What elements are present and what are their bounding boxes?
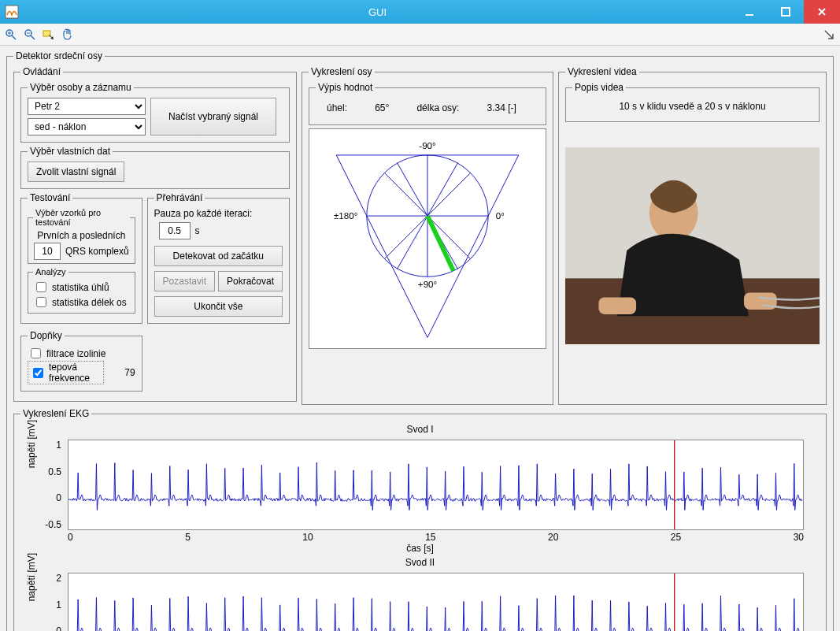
- detector-panel: Detektor srdeční osy Ovládání Výběr osob…: [6, 50, 834, 631]
- pozastavit-button[interactable]: Pozastavit: [154, 271, 215, 291]
- analyzy-title: Analýzy: [33, 267, 68, 277]
- svod1-title: Svod I: [20, 424, 820, 435]
- vykresleni-osy-title: Vykreslení osy: [309, 66, 375, 77]
- svg-line-4: [12, 35, 16, 39]
- svod1-ylabel: napětí [mV]: [26, 420, 37, 468]
- pause-label: Pauza po každé iteraci:: [154, 208, 283, 219]
- vyber-osoby-panel: Výběr osoby a záznamu Petr 2 sed - náklo…: [20, 82, 290, 143]
- vykresleni-videa-title: Vykreslení videa: [565, 66, 639, 77]
- delka-value: 3.34 [-]: [487, 102, 528, 113]
- vyber-vlastnich-panel: Výběr vlastních dat Zvolit vlastní signá…: [20, 146, 290, 189]
- axis-vector: [427, 216, 453, 270]
- minimize-button[interactable]: [731, 0, 768, 24]
- svod1-plot: [68, 440, 804, 530]
- svod2-title: Svod II: [20, 557, 820, 568]
- ovladani-panel: Ovládání Výběr osoby a záznamu Petr 2 se…: [13, 66, 297, 402]
- vzorky-line1: Prvních a posledních: [33, 230, 130, 241]
- svod2-ylabel: napětí [mV]: [26, 553, 37, 601]
- prehravani-panel: Přehrávání Pauza po každé iteraci: s Det…: [147, 192, 290, 324]
- popis-title: Popis videa: [572, 82, 626, 93]
- qrs-count-input[interactable]: [34, 243, 61, 260]
- load-signal-button[interactable]: Načíst vybraný signál: [150, 98, 276, 135]
- svg-rect-2: [782, 8, 790, 16]
- ekg-panel: Vykreslení EKG Svod I 10.50-0.5 napětí […: [13, 408, 827, 631]
- pan-icon[interactable]: [60, 27, 76, 43]
- delka-label: délka osy:: [416, 102, 471, 113]
- detector-title: Detektor srdeční osy: [13, 50, 105, 61]
- vypis-title: Výpis hodnot: [316, 82, 375, 93]
- ekg-title: Vykreslení EKG: [20, 408, 91, 419]
- app-icon: [0, 0, 24, 24]
- tep-value: 79: [124, 367, 135, 378]
- stat-uhlu-checkbox[interactable]: statistika úhlů: [33, 280, 130, 295]
- svg-rect-1: [746, 14, 753, 16]
- label-bottom: +90°: [418, 280, 437, 289]
- close-button[interactable]: [804, 0, 840, 24]
- svg-rect-22: [598, 297, 636, 314]
- label-left: ±180°: [334, 211, 357, 221]
- vyber-vlastnich-title: Výběr vlastních dat: [28, 146, 113, 157]
- stat-delek-checkbox[interactable]: statistika délek os: [33, 295, 130, 310]
- testovani-title: Testování: [28, 192, 72, 203]
- dock-icon[interactable]: [821, 27, 837, 43]
- svod1-xlabel: čas [s]: [20, 543, 820, 554]
- record-select[interactable]: sed - náklon: [28, 118, 146, 135]
- video-frame: [565, 147, 820, 344]
- uhel-label: úhel:: [327, 102, 359, 113]
- ukoncit-button[interactable]: Ukončit vše: [154, 296, 283, 317]
- vykresleni-videa-panel: Vykreslení videa Popis videa 10 s v klid…: [558, 66, 827, 405]
- svod1-yticks: 10.50-0.5: [35, 440, 61, 530]
- svod2-yticks: 210-1: [35, 573, 61, 631]
- filtrace-checkbox[interactable]: filtrace izolinie: [28, 346, 135, 361]
- label-right: 0°: [496, 211, 505, 221]
- doplnky-title: Dopňky: [28, 330, 65, 341]
- choose-own-signal-button[interactable]: Zvolit vlastní signál: [28, 161, 124, 182]
- popis-text: 10 s v klidu vsedě a 20 s v náklonu: [572, 98, 812, 115]
- vykresleni-osy-panel: Vykreslení osy Výpis hodnot úhel: 65° dé…: [302, 66, 553, 405]
- axis-plot: -90° 0° +90° ±180°: [309, 128, 546, 349]
- detekovat-button[interactable]: Detekovat od začátku: [154, 246, 283, 266]
- doplnky-panel: Dopňky filtrace izolinie tepová frekvenc…: [20, 330, 142, 392]
- figure-toolbar: [0, 24, 840, 46]
- ovladani-title: Ovládání: [20, 66, 63, 77]
- uhel-value: 65°: [375, 102, 401, 113]
- analyzy-panel: Analýzy statistika úhlů statistika délek…: [28, 267, 135, 314]
- pokracovat-button[interactable]: Pokračovat: [218, 271, 283, 291]
- maximize-button[interactable]: [768, 0, 804, 24]
- pause-input[interactable]: [159, 222, 191, 239]
- zoom-in-icon[interactable]: [3, 27, 19, 43]
- zoom-out-icon[interactable]: [22, 27, 38, 43]
- data-cursor-icon[interactable]: [41, 27, 57, 43]
- pause-unit: s: [195, 225, 200, 236]
- window-titlebar: GUI: [0, 0, 840, 24]
- person-select[interactable]: Petr 2: [28, 98, 146, 115]
- testovani-panel: Testování Výběr vzorků pro testování Prv…: [20, 192, 142, 324]
- tepova-checkbox[interactable]: tepová frekvence: [28, 361, 104, 384]
- window-title: GUI: [24, 6, 731, 18]
- svod2-plot: [68, 573, 804, 631]
- vzorky-panel: Výběr vzorků pro testování Prvních a pos…: [28, 208, 135, 264]
- vypis-hodnot-panel: Výpis hodnot úhel: 65° délka osy: 3.34 […: [309, 82, 546, 125]
- svg-line-8: [31, 35, 35, 39]
- popis-videa-panel: Popis videa 10 s v klidu vsedě a 20 s v …: [565, 82, 820, 122]
- qrs-label: QRS komplexů: [65, 246, 129, 257]
- vyber-osoby-title: Výběr osoby a záznamu: [28, 82, 134, 93]
- prehravani-title: Přehrávání: [154, 192, 205, 203]
- svod1-xticks: 051015202530: [68, 532, 804, 543]
- vzorky-title: Výběr vzorků pro testování: [33, 208, 130, 227]
- label-top: -90°: [419, 141, 435, 150]
